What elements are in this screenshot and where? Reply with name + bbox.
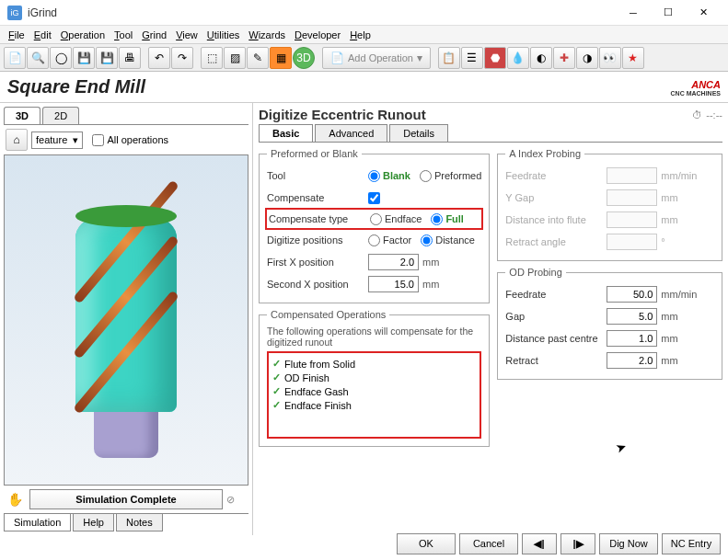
menu-tool[interactable]: Tool	[110, 28, 137, 42]
radio-factor[interactable]: Factor	[368, 234, 411, 246]
ai-feedrate-label: Feedrate	[505, 170, 607, 181]
zoom-icon[interactable]: 🔍	[27, 47, 49, 69]
list-icon[interactable]: ☰	[461, 47, 483, 69]
sim-close-icon[interactable]: ⊘	[226, 494, 245, 506]
window-title: iGrind	[28, 6, 616, 19]
tab-simulation[interactable]: Simulation	[4, 514, 71, 531]
new-icon[interactable]: 📄	[4, 47, 26, 69]
dig-pos-label: Digitize positions	[267, 234, 368, 246]
binoc-icon[interactable]: 👀	[599, 47, 621, 69]
od-retract-input[interactable]	[607, 352, 657, 369]
next-button[interactable]: |▶	[560, 533, 595, 554]
comp-ops-legend: Compensated Operations	[267, 309, 389, 320]
all-operations-checkbox[interactable]: All operations	[92, 134, 168, 146]
dialog-buttons: OK Cancel ◀| |▶ Dig Now NC Entry	[397, 533, 721, 554]
blue-drop-icon[interactable]: 💧	[507, 47, 529, 69]
menu-file[interactable]: File	[4, 28, 29, 42]
add-operation-button[interactable]: 📄 Add Operation ▾	[322, 47, 431, 69]
menu-help[interactable]: Help	[345, 28, 376, 42]
doc-icon[interactable]: 📋	[438, 47, 460, 69]
3d-viewport[interactable]	[4, 154, 248, 486]
op-item[interactable]: ✓Endface Finish	[272, 398, 476, 412]
menubar: File Edit Operation Tool Grind View Util…	[0, 26, 728, 44]
tab-advanced[interactable]: Advanced	[315, 124, 387, 142]
radio-blank[interactable]: Blank	[368, 170, 410, 182]
3d-icon[interactable]: 3D	[293, 47, 315, 69]
first-x-input[interactable]	[368, 254, 419, 270]
red-drop-icon[interactable]: ⬣	[484, 47, 506, 69]
menu-developer[interactable]: Developer	[290, 28, 345, 42]
first-x-label: First X position	[267, 257, 368, 268]
home-icon[interactable]: ⌂	[6, 129, 28, 151]
menu-operation[interactable]: Operation	[56, 28, 110, 42]
menu-utilities[interactable]: Utilities	[202, 28, 244, 42]
plus-icon[interactable]: ✚	[553, 47, 575, 69]
prev-button[interactable]: ◀|	[522, 533, 557, 554]
a-index-fieldset: A Index Probing Feedrate mm/min Y Gap mm…	[497, 148, 722, 261]
tool3-icon[interactable]: ✎	[247, 47, 269, 69]
od-feedrate-input[interactable]	[607, 286, 657, 303]
brand-logo: ANCACNC MACHINES	[671, 77, 721, 97]
dig-pos-radio-group: Factor Distance	[368, 234, 475, 246]
compensate-checkbox[interactable]	[368, 192, 380, 204]
tab-3d[interactable]: 3D	[4, 107, 40, 124]
od-retract-label: Retract	[505, 355, 607, 366]
second-x-unit: mm	[422, 279, 439, 290]
tab-2d[interactable]: 2D	[42, 107, 79, 124]
od-dist-centre-input[interactable]	[607, 330, 657, 347]
maximize-button[interactable]: ☐	[651, 0, 686, 26]
tab-details[interactable]: Details	[389, 124, 448, 142]
sim-bar: ✋ Simulation Complete ⊘	[4, 486, 248, 513]
toolbar: 📄 🔍 ◯ 💾 💾 🖶 ↶ ↷ ⬚ ▨ ✎ ▦ 3D 📄 Add Operati…	[0, 44, 728, 72]
check-icon: ✓	[272, 358, 281, 370]
tab-help[interactable]: Help	[73, 514, 114, 531]
sim-status-button[interactable]: Simulation Complete	[29, 489, 223, 509]
tool-label: Tool	[267, 170, 368, 181]
check-icon: ✓	[272, 385, 281, 397]
tab-notes[interactable]: Notes	[116, 514, 163, 531]
minimize-button[interactable]: ─	[616, 0, 651, 26]
radio-distance[interactable]: Distance	[421, 234, 475, 246]
header-row: Square End Mill ANCACNC MACHINES	[0, 72, 728, 103]
main-area: 3D 2D ⌂ feature ▾ All operations ✋ Simul…	[0, 103, 728, 535]
save2-icon[interactable]: 💾	[96, 47, 118, 69]
grid-icon[interactable]: ▦	[270, 47, 292, 69]
view-tabs: 3D 2D	[4, 107, 248, 125]
cancel-button[interactable]: Cancel	[459, 533, 518, 554]
print-icon[interactable]: 🖶	[119, 47, 141, 69]
feature-select[interactable]: feature ▾	[31, 131, 83, 149]
op-item[interactable]: ✓OD Finish	[272, 371, 476, 384]
ok-button[interactable]: OK	[397, 533, 456, 554]
wheel2-icon[interactable]: ◑	[576, 47, 598, 69]
dig-now-button[interactable]: Dig Now	[599, 533, 658, 554]
op-item[interactable]: ✓Flute from Solid	[272, 357, 476, 371]
nc-entry-button[interactable]: NC Entry	[662, 533, 721, 554]
wheel-icon[interactable]: ◐	[530, 47, 552, 69]
radio-full[interactable]: Full	[431, 213, 464, 225]
radio-endface[interactable]: Endface	[370, 213, 422, 225]
pan-icon[interactable]: ✋	[7, 492, 26, 507]
comp-ops-fieldset: Compensated Operations The following ope…	[259, 309, 490, 447]
tool2-icon[interactable]: ▨	[224, 47, 246, 69]
op-item[interactable]: ✓Endface Gash	[272, 384, 476, 398]
redo-icon[interactable]: ↷	[171, 47, 193, 69]
radio-preformed[interactable]: Preformed	[420, 170, 481, 182]
save-icon[interactable]: 💾	[73, 47, 95, 69]
menu-edit[interactable]: Edit	[29, 28, 56, 42]
od-feedrate-label: Feedrate	[505, 289, 607, 300]
menu-grind[interactable]: Grind	[137, 28, 171, 42]
comp-type-radio-group: Endface Full	[370, 213, 464, 225]
comp-ops-list[interactable]: ✓Flute from Solid ✓OD Finish ✓Endface Ga…	[267, 351, 481, 439]
menu-view[interactable]: View	[171, 28, 202, 42]
close-button[interactable]: ✕	[686, 0, 721, 26]
star-icon[interactable]: ★	[622, 47, 644, 69]
second-x-input[interactable]	[368, 276, 419, 292]
undo-icon[interactable]: ↶	[148, 47, 170, 69]
tab-basic[interactable]: Basic	[259, 124, 313, 142]
circle-icon[interactable]: ◯	[50, 47, 72, 69]
menu-wizards[interactable]: Wizards	[244, 28, 290, 42]
form-columns: Preformed or Blank Tool Blank Preformed …	[259, 148, 722, 531]
tool1-icon[interactable]: ⬚	[201, 47, 223, 69]
od-gap-input[interactable]	[607, 308, 657, 325]
stopwatch: ⏱ --:--	[692, 109, 722, 120]
